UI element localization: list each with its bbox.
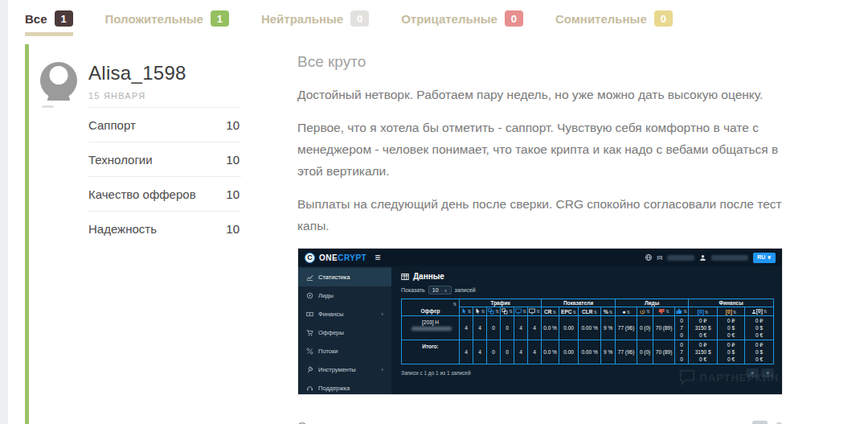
col-unique-views[interactable]: ⇅ xyxy=(528,307,542,316)
page-size-select[interactable]: 10∨ xyxy=(428,286,452,294)
sidebar-item-leads[interactable]: Лиды xyxy=(298,286,391,305)
tab-doubtful-count-badge: 0 xyxy=(654,10,673,27)
col-leads-hold[interactable]: ⇅ xyxy=(637,307,653,316)
stats-table: ⇅ Оффер Трафик Показатели Лиды Финансы ⇅… xyxy=(401,298,774,364)
finance-hold-icon: [0] xyxy=(698,309,704,315)
table-grid-icon xyxy=(401,273,409,281)
finance-rejected-icon: [0] xyxy=(726,309,732,315)
headset-icon xyxy=(306,385,313,392)
offer-name-cell: [203] Н xyxy=(402,316,460,340)
cursor-icon xyxy=(461,308,467,315)
tab-neutral-label: Нейтральные xyxy=(261,12,343,26)
rating-list: Саппорт 10 Технологии 10 Качество офферо… xyxy=(88,107,241,245)
next-page-button[interactable]: » xyxy=(761,368,774,377)
sidebar-item-streams[interactable]: Потоки xyxy=(298,342,391,360)
tab-positive-label: Положительные xyxy=(105,12,203,26)
rating-label: Надежность xyxy=(88,222,157,236)
streams-icon xyxy=(306,348,313,355)
rating-label: Саппорт xyxy=(88,118,136,132)
col-finance-hold[interactable]: [0]⇅ xyxy=(689,307,718,316)
tab-all-count-badge: 1 xyxy=(55,10,73,27)
review-author: Alisa_1598 xyxy=(88,62,241,84)
tab-positive[interactable]: Положительные 1 xyxy=(105,10,229,36)
review-positive-accent-bar xyxy=(25,44,29,424)
tab-doubtful[interactable]: Сомнительные 0 xyxy=(555,10,673,36)
onecrypt-logo-icon: C xyxy=(305,253,315,263)
tab-doubtful-label: Сомнительные xyxy=(555,12,647,26)
wrench-icon xyxy=(306,366,313,373)
sidebar-item-support[interactable]: Поддержка xyxy=(298,379,391,395)
col-clicks[interactable]: ⇅ xyxy=(460,307,473,316)
prev-page-button[interactable]: « xyxy=(746,368,759,377)
onecrypt-brand: ONECRYPT xyxy=(319,253,366,262)
group-header-traffic: Трафик xyxy=(460,299,542,307)
col-percent[interactable]: %⇅ xyxy=(601,307,616,316)
col-clr[interactable]: CLR⇅ xyxy=(579,307,601,316)
review-filter-tabs: Все 1 Положительные 1 Нейтральные 0 Отри… xyxy=(25,10,673,36)
offer-column-header[interactable]: ⇅ Оффер xyxy=(402,299,460,316)
col-lp-clicks[interactable]: ⇅ xyxy=(487,307,501,316)
comments-count: 0 xyxy=(776,420,783,424)
col-unique-clicks[interactable]: ⇅ xyxy=(473,307,487,316)
group-header-metrics: Показатели xyxy=(542,299,616,307)
col-lp-unique[interactable]: ⇅ xyxy=(501,307,514,316)
avatar-dash xyxy=(42,105,54,108)
reply-link[interactable]: Ответить xyxy=(297,419,349,424)
show-label: Показать xyxy=(401,287,425,293)
banknote-icon xyxy=(306,311,313,318)
table-row-total: Итого: 4 4 0 0 4 4 0.0 % 0.00 0.00 % 9 %… xyxy=(402,340,774,364)
group-header-leads: Лиды xyxy=(616,299,689,307)
rating-value: 10 xyxy=(226,153,240,167)
sort-icon: ⇅ xyxy=(452,302,457,307)
review-title: Все круто xyxy=(297,53,783,71)
tab-all[interactable]: Все 1 xyxy=(25,10,73,36)
menu-icon[interactable]: ≡ xyxy=(375,253,380,262)
monitor-icon xyxy=(529,308,535,315)
tab-neutral[interactable]: Нейтральные 0 xyxy=(261,10,369,36)
col-leads-approved[interactable]: ⇅ xyxy=(675,307,689,316)
group-header-finance: Финансы xyxy=(689,299,774,307)
table-row-offer: [203] Н 4 4 0 0 4 4 0.0 % 0.00 0.00 % 9 … xyxy=(402,316,774,340)
tab-negative-label: Отрицательные xyxy=(401,12,497,26)
review-date: 15 ЯНВАРЯ xyxy=(88,91,241,101)
col-leads-rejected[interactable]: ⇅ xyxy=(653,307,675,316)
col-finance-rejected[interactable]: [0]⇅ xyxy=(718,307,745,316)
panel-title: Данные xyxy=(401,272,774,281)
review-content: Все круто Достойный нетворк. Работаем па… xyxy=(297,53,783,424)
tab-positive-count-badge: 1 xyxy=(211,10,229,27)
review-paragraph-3: Выплаты на следующий день после сверки. … xyxy=(297,193,783,237)
rating-row-support: Саппорт 10 xyxy=(88,107,241,142)
user-icon[interactable] xyxy=(699,254,706,261)
sidebar-item-finance[interactable]: Финансы › xyxy=(298,305,391,323)
col-cr[interactable]: CR⇅ xyxy=(542,307,559,316)
sidebar-item-offers[interactable]: Офферы xyxy=(298,323,391,342)
tab-all-label: Все xyxy=(25,12,47,26)
tab-negative[interactable]: Отрицательные 0 xyxy=(401,10,523,36)
rating-label: Технологии xyxy=(88,153,153,167)
target-icon xyxy=(306,292,313,299)
rating-row-reliability: Надежность 10 xyxy=(88,211,241,245)
rating-value: 10 xyxy=(226,222,240,236)
user-avatar-icon xyxy=(39,62,79,104)
col-views[interactable]: ⇅ xyxy=(514,307,528,316)
sidebar-item-statistics[interactable]: Статистика xyxy=(298,268,391,286)
monitor-icon xyxy=(515,308,522,315)
dashboard-topbar: C ONECRYPT ≡ [0] RU ∨ xyxy=(298,249,782,266)
review-paragraph-2: Первое, что я хотела бы отметить - саппо… xyxy=(297,117,783,182)
sidebar-item-tools[interactable]: Инструменты › xyxy=(298,360,391,379)
dashboard-sidebar: Статистика Лиды Финансы › Офферы П xyxy=(298,266,391,394)
col-finance-approved[interactable]: [0]⇅ xyxy=(745,307,774,316)
cursor-icon xyxy=(475,308,481,315)
attached-dashboard-screenshot: C ONECRYPT ≡ [0] RU ∨ xyxy=(297,248,783,395)
col-leads-total[interactable]: ●⇅ xyxy=(616,307,637,316)
col-epc[interactable]: EPC⇅ xyxy=(559,307,579,316)
caret-down-icon: ∨ xyxy=(444,288,448,293)
comments-counter: 0 xyxy=(751,420,783,424)
thumbs-up-icon xyxy=(676,308,682,315)
layers-icon xyxy=(502,308,508,315)
dot-icon: ● xyxy=(622,309,625,315)
records-label: записей xyxy=(455,287,476,293)
rating-row-offer-quality: Качество офферов 10 xyxy=(88,176,241,211)
globe-icon[interactable] xyxy=(645,253,653,261)
language-switcher[interactable]: RU ∨ xyxy=(753,253,776,263)
